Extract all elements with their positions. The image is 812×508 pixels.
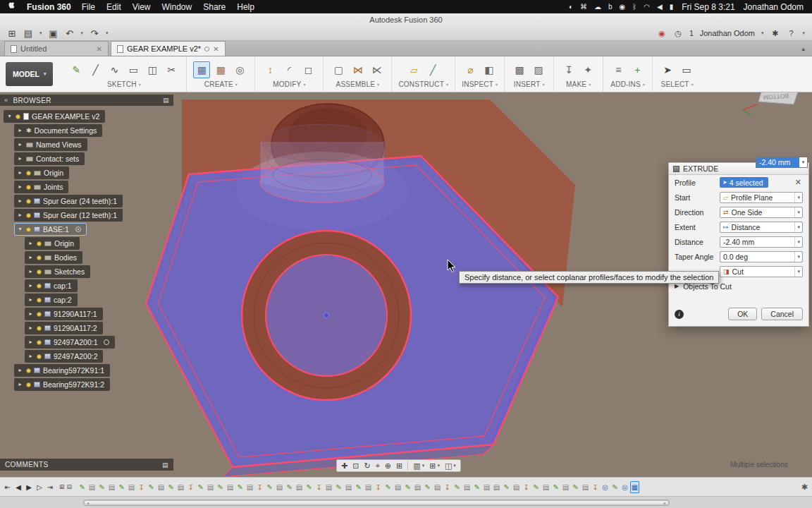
timeline-feature-sketch[interactable]: ✎	[304, 481, 314, 493]
timeline-feature-feature[interactable]: ▤	[581, 481, 590, 493]
operation-chevron-icon[interactable]: ▾	[794, 267, 802, 277]
visibility-bulb-icon[interactable]	[37, 270, 42, 274]
orbit-icon[interactable]: ↻	[364, 461, 370, 471]
notifications-clock-icon[interactable]: ◷	[673, 29, 683, 38]
visibility-bulb-icon[interactable]	[37, 284, 42, 289]
browser-item-92497a200-2[interactable]: ▸92497A200:2	[0, 350, 173, 363]
browser-item-spur-gear-24-teeth-1[interactable]: ▸Spur Gear (24 teeth):1	[0, 195, 173, 207]
insert-mesh-icon[interactable]: ▩	[511, 61, 528, 78]
timeline-feature-orange[interactable]: ↧	[255, 481, 264, 493]
bold-b-icon[interactable]: b	[608, 3, 613, 11]
menubar-user[interactable]: Jonathan Odom	[744, 2, 804, 12]
visibility-bulb-icon[interactable]	[37, 312, 42, 317]
pattern-icon[interactable]: ▦	[212, 61, 229, 78]
help-chevron-icon[interactable]: ▾	[802, 30, 805, 36]
profile-selection-chip[interactable]: ➤ 4 selected	[720, 177, 768, 188]
timeline-feature-sketch[interactable]: ✎	[166, 481, 176, 493]
apps-grid-icon[interactable]: ⊞	[7, 28, 17, 39]
skip-start-icon[interactable]: ⇤	[4, 483, 11, 491]
expand-arrow-icon[interactable]: ▸	[17, 183, 23, 191]
shield-icon[interactable]: ◉	[620, 3, 626, 11]
expand-arrow-icon[interactable]: ▸	[27, 324, 34, 332]
scripts-icon[interactable]: ≡	[610, 61, 627, 78]
new-document-icon[interactable]: ▤	[23, 28, 33, 39]
timeline-feature-feature[interactable]: ▤	[482, 481, 491, 493]
timeline-feature-sketch[interactable]: ✎	[265, 481, 274, 493]
expand-arrow-icon[interactable]: ▸	[17, 211, 23, 219]
tab-gear-example-v2[interactable]: GEAR EXAMPLE v2*✕	[111, 41, 226, 56]
start-chevron-icon[interactable]: ▾	[794, 193, 802, 202]
viewports-icon[interactable]: ◫▾	[445, 461, 456, 471]
timeline-feature-sketch[interactable]: ✎	[571, 481, 580, 493]
help-icon[interactable]: ?	[786, 29, 796, 37]
expand-arrow-icon[interactable]: ▸	[27, 282, 34, 290]
extent-chevron-icon[interactable]: ▾	[794, 222, 802, 232]
apple-menu-icon[interactable]	[8, 2, 16, 11]
expand-arrow-icon[interactable]: ▸	[27, 253, 34, 262]
timeline-feature-feature[interactable]: ▤	[433, 481, 442, 493]
browser-item-spur-gear-12-teeth-1[interactable]: ▸Spur Gear (12 teeth):1	[0, 209, 173, 222]
collapse-panel-icon[interactable]: «	[4, 97, 8, 104]
timeline-feature-feature[interactable]: ▤	[541, 481, 550, 493]
cancel-button[interactable]: Cancel	[761, 308, 803, 320]
extrude-icon[interactable]: ▦	[193, 61, 210, 78]
browser-item-document-settings[interactable]: ▸✱Document Settings	[0, 124, 173, 137]
expand-arrow-icon[interactable]: ▸	[17, 169, 23, 177]
timeline-feature-orange[interactable]: ↧	[374, 481, 383, 493]
info-icon[interactable]: i	[675, 310, 684, 319]
redo-chevron-icon[interactable]: ▾	[106, 30, 109, 36]
zoom-window-icon[interactable]: ⊞	[396, 461, 402, 471]
direction-select[interactable]: ⇄ One Side ▾	[720, 207, 803, 218]
start-select[interactable]: ▱ Profile Plane ▾	[720, 192, 803, 203]
fillet-icon[interactable]: ◜	[281, 61, 297, 78]
browser-item-origin[interactable]: ▸Origin	[0, 167, 173, 179]
zoom-icon[interactable]: ⊕	[385, 461, 391, 471]
group-chevron-icon[interactable]: ▾	[691, 82, 694, 87]
ribbon-group-label[interactable]: CREATE	[204, 80, 233, 88]
offset-plane-icon[interactable]: ▱	[405, 61, 422, 78]
timeline-feature-sketch[interactable]: ✎	[610, 481, 620, 493]
ribbon-group-label[interactable]: INSERT	[514, 80, 541, 88]
timeline-feature-sketch[interactable]: ✎	[502, 481, 511, 493]
timeline-feature-sketch[interactable]: ✎	[423, 481, 432, 493]
browser-item-bearing5972k91-2[interactable]: ▸Bearing5972K91:2	[0, 378, 173, 391]
distance-input[interactable]: -2.40 mm ▾	[720, 236, 803, 248]
visibility-bulb-icon[interactable]	[26, 368, 31, 373]
browser-item-sketches[interactable]: ▸Sketches	[0, 265, 173, 278]
timeline-feature-orange[interactable]: ↧	[186, 481, 195, 493]
shell-icon[interactable]: ◻	[300, 61, 316, 78]
visibility-bulb-icon[interactable]	[26, 171, 31, 176]
command-icon[interactable]: ⌘	[580, 3, 587, 11]
center-point[interactable]	[324, 313, 329, 318]
browser-item-contact-sets[interactable]: ▸Contact: sets	[0, 152, 173, 165]
expand-arrow-icon[interactable]: ▸	[17, 126, 23, 135]
group-chevron-icon[interactable]: ▾	[446, 82, 448, 87]
browser-item-origin[interactable]: ▸Origin	[0, 237, 173, 250]
expand-arrow-icon[interactable]: ▸	[17, 140, 23, 149]
timeline-feature-sketch[interactable]: ✎	[531, 481, 541, 493]
group-chevron-icon[interactable]: ▾	[235, 82, 238, 87]
menubar-window[interactable]: Window	[162, 2, 192, 12]
wifi-icon[interactable]: ◠	[644, 3, 650, 11]
browser-item-named-views[interactable]: ▸Named Views	[0, 138, 173, 151]
volume-icon[interactable]: ◀	[657, 3, 663, 11]
timeline-feature-sketch[interactable]: ✎	[117, 481, 126, 493]
ribbon-group-label[interactable]: INSPECT	[462, 80, 493, 88]
visibility-bulb-icon[interactable]	[26, 199, 31, 204]
fit-icon[interactable]: ⊡	[352, 461, 359, 471]
expand-section-icon[interactable]: ▶	[675, 283, 679, 289]
timeline-feature-current[interactable]: ▦	[630, 481, 639, 493]
browser-item-bodies[interactable]: ▸Bodies	[0, 251, 173, 264]
menubar-view[interactable]: View	[133, 2, 151, 12]
visibility-bulb-icon[interactable]	[37, 340, 42, 345]
rectangle-icon[interactable]: ▭	[125, 61, 142, 78]
menubar-file[interactable]: File	[82, 2, 95, 12]
distance-value[interactable]: -2.40 mm	[723, 238, 792, 246]
bluetooth-icon[interactable]: ᛒ	[632, 3, 636, 11]
timeline-settings-gear-icon[interactable]: ✱	[801, 483, 808, 492]
skip-end-icon[interactable]: ⇥	[47, 483, 54, 491]
expand-groups-icon[interactable]: ⊞	[59, 483, 65, 490]
app-menu[interactable]: Fusion 360	[27, 2, 71, 12]
panel-menu-icon[interactable]: ▤	[163, 97, 169, 104]
print-icon[interactable]: ↧	[560, 61, 577, 78]
